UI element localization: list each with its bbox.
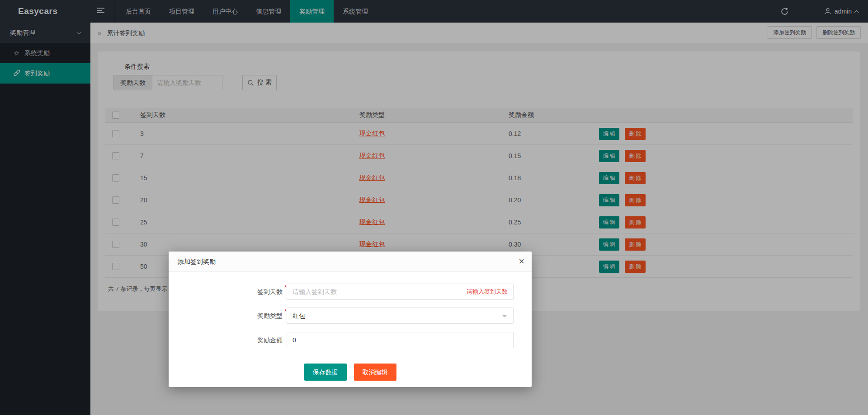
cancel-button[interactable]: 取消编辑 <box>354 364 396 381</box>
app-root: Easycars 后台首页 项目管理 用户中心 信息管理 奖励管理 系统管理 <box>0 0 868 415</box>
signin-days-input[interactable] <box>287 284 514 300</box>
reward-type-selected-value: 红包 <box>292 312 305 319</box>
select-caret-icon <box>502 315 507 320</box>
form-row-amount: 奖励金额 <box>169 332 532 348</box>
save-button[interactable]: 保存数据 <box>304 364 347 381</box>
add-reward-modal: 添加签到奖励 × 签到天数 * 请输入签到天数 奖励类型 * 红包 奖励金额 保… <box>169 252 532 387</box>
close-icon[interactable]: × <box>519 252 524 271</box>
modal-header: 添加签到奖励 × <box>169 252 532 272</box>
modal-title: 添加签到奖励 <box>178 252 216 272</box>
type-field-label: 奖励类型 <box>232 308 283 324</box>
form-row-type: 奖励类型 * 红包 <box>169 308 532 324</box>
amount-field-label: 奖励金额 <box>232 332 283 348</box>
modal-footer: 保存数据 取消编辑 <box>169 364 532 381</box>
modal-separator <box>169 356 532 356</box>
days-field-label: 签到天数 <box>232 284 283 300</box>
reward-amount-input[interactable] <box>287 332 514 348</box>
reward-type-select[interactable]: 红包 <box>287 308 514 324</box>
form-row-days: 签到天数 * 请输入签到天数 <box>169 284 532 300</box>
